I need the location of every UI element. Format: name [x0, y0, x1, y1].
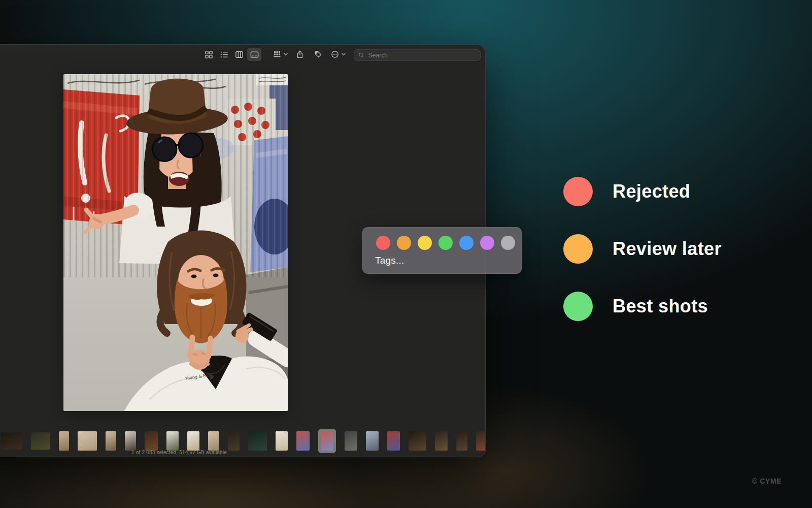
thumbnail-size-button[interactable] — [273, 50, 288, 59]
tag-color-dot[interactable] — [376, 236, 390, 250]
more-icon — [330, 50, 340, 59]
filmstrip-thumbnail-selected[interactable] — [318, 429, 336, 453]
filmstrip-thumbnail[interactable] — [208, 431, 219, 451]
list-view-icon — [219, 50, 229, 59]
list-view-button[interactable] — [217, 48, 231, 61]
columns-view-icon — [234, 50, 244, 59]
legend-label: Best shots — [613, 296, 708, 317]
tag-popup: Tags... — [362, 227, 522, 274]
tag-icon — [314, 50, 323, 59]
search-field[interactable] — [354, 49, 481, 61]
tag-color-dot[interactable] — [418, 236, 432, 250]
copyright-text: © CYME — [752, 477, 782, 485]
tag-color-dot[interactable] — [480, 236, 494, 250]
legend-row-review-later: Review later — [563, 234, 722, 264]
filmstrip-thumbnail[interactable] — [248, 431, 267, 451]
search-icon — [358, 52, 364, 58]
red-tag-dot — [563, 177, 593, 206]
filmstrip-thumbnail[interactable] — [228, 431, 240, 451]
toolbar — [0, 45, 485, 65]
toolbar-tools — [273, 48, 346, 61]
filmstrip-thumbnail[interactable] — [166, 431, 179, 451]
legend-label: Review later — [613, 238, 722, 260]
filmstrip-thumbnail[interactable] — [409, 431, 426, 451]
grid-view-icon — [204, 50, 214, 59]
view-mode-switcher — [201, 48, 261, 61]
status-text: 1 of 2 083 selected, 514,92 GB available — [131, 450, 227, 455]
chevron-down-icon — [342, 53, 346, 56]
legend-row-best-shots: Best shots — [563, 292, 722, 321]
filmstrip-thumbnail[interactable] — [296, 431, 310, 451]
columns-view-button[interactable] — [232, 48, 246, 61]
filmstrip-thumbnail[interactable] — [476, 431, 485, 451]
filmstrip[interactable] — [1, 429, 485, 453]
tag-color-dot[interactable] — [397, 236, 411, 250]
filmstrip-thumbnail[interactable] — [31, 432, 50, 450]
filmstrip-thumbnail[interactable] — [125, 431, 136, 451]
tag-color-dot[interactable] — [438, 236, 453, 250]
tag-button[interactable] — [312, 48, 324, 61]
filmstrip-thumbnail[interactable] — [1, 432, 22, 450]
share-icon — [295, 50, 304, 59]
filmstrip-view-icon — [250, 50, 259, 59]
filmstrip-thumbnail[interactable] — [145, 431, 158, 451]
filmstrip-thumbnail[interactable] — [276, 431, 288, 451]
tag-color-dot[interactable] — [459, 236, 473, 250]
tag-legend: Rejected Review later Best shots — [563, 177, 722, 349]
filmstrip-thumbnail[interactable] — [345, 431, 357, 451]
tag-color-dot[interactable] — [501, 236, 515, 250]
more-options-button[interactable] — [330, 50, 346, 59]
filmstrip-thumbnail[interactable] — [366, 431, 379, 451]
grid-view-button[interactable] — [201, 48, 216, 61]
legend-row-rejected: Rejected — [563, 177, 722, 206]
filmstrip-thumbnail[interactable] — [59, 431, 69, 451]
main-photo[interactable]: Young & Free — [63, 74, 288, 411]
thumbnail-size-icon — [273, 50, 282, 59]
filmstrip-thumbnail[interactable] — [387, 431, 400, 451]
screenshot-stage: Young & Free 1 of 2 083 selected, 514,92… — [0, 0, 812, 508]
filmstrip-thumbnail[interactable] — [106, 431, 116, 451]
chevron-down-icon — [284, 53, 288, 56]
filmstrip-thumbnail[interactable] — [321, 431, 333, 451]
green-tag-dot — [563, 292, 593, 321]
filmstrip-thumbnail[interactable] — [78, 431, 97, 451]
search-input[interactable] — [367, 51, 476, 59]
filmstrip-view-button[interactable] — [247, 48, 261, 61]
share-button[interactable] — [294, 48, 306, 61]
tag-color-dots — [376, 236, 515, 250]
tags-menu-item[interactable]: Tags... — [375, 255, 404, 266]
filmstrip-thumbnail[interactable] — [456, 431, 467, 451]
filmstrip-thumbnail[interactable] — [435, 431, 448, 451]
legend-label: Rejected — [613, 181, 690, 202]
orange-tag-dot — [563, 234, 593, 264]
filmstrip-thumbnail[interactable] — [187, 431, 199, 451]
